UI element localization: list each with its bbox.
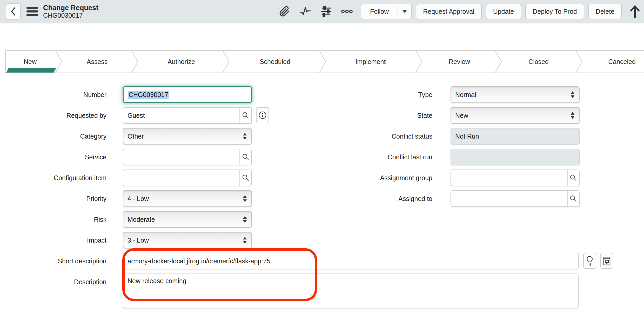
search-icon bbox=[242, 174, 250, 182]
requested-by-input[interactable] bbox=[123, 108, 239, 123]
risk-select[interactable]: Moderate bbox=[123, 211, 252, 228]
state-select[interactable]: New bbox=[451, 107, 580, 124]
info-icon bbox=[258, 111, 267, 120]
description-label: Description bbox=[0, 274, 106, 308]
select-spinner-icon bbox=[570, 112, 575, 119]
suggestion-button[interactable] bbox=[583, 253, 596, 269]
select-spinner-icon bbox=[243, 132, 247, 140]
stage-canceled[interactable]: Canceled bbox=[608, 51, 636, 73]
selected-text: CHG0030017 bbox=[128, 91, 169, 99]
assignment-group-input[interactable] bbox=[451, 170, 567, 186]
caret-down-icon bbox=[402, 10, 407, 13]
field-row-number: Number CHG0030017 bbox=[0, 86, 252, 103]
form-header: Change Request CHG0030017 bbox=[0, 0, 644, 23]
requested-by-lookup-button[interactable] bbox=[239, 108, 251, 123]
number-input[interactable]: CHG0030017 bbox=[123, 86, 252, 103]
type-select[interactable]: Normal bbox=[451, 86, 580, 103]
stage-chevron-separator bbox=[55, 51, 63, 73]
follow-button[interactable]: Follow bbox=[361, 4, 398, 19]
type-label: Type bbox=[299, 86, 432, 103]
conflict-last-run-label: Conflict last run bbox=[299, 149, 432, 165]
stage-chevron-separator bbox=[495, 51, 502, 73]
assignment-group-lookup-button[interactable] bbox=[567, 170, 579, 186]
priority-select[interactable]: 4 - Low bbox=[123, 190, 252, 207]
page-title: Change Request bbox=[43, 4, 98, 12]
field-row-short-description: Short description armory-docker-local.jf… bbox=[0, 253, 613, 269]
field-row-state: State New bbox=[299, 107, 580, 124]
delete-button[interactable]: Delete bbox=[588, 4, 622, 19]
more-options-icon[interactable] bbox=[341, 5, 353, 17]
impact-value: 3 - Low bbox=[128, 237, 149, 244]
select-spinner-icon bbox=[570, 91, 575, 99]
context-menu-icon[interactable] bbox=[26, 7, 38, 16]
service-field bbox=[123, 149, 252, 165]
category-select[interactable]: Other bbox=[123, 128, 252, 145]
search-icon bbox=[242, 112, 250, 119]
assigned-to-label: Assigned to bbox=[299, 190, 432, 207]
configuration-item-lookup-button[interactable] bbox=[239, 170, 251, 186]
configuration-item-label: Configuration item bbox=[0, 170, 106, 186]
deploy-to-prod-button[interactable]: Deploy To Prod bbox=[525, 4, 584, 19]
change-request-page: Change Request CHG0030017 bbox=[0, 0, 644, 312]
search-icon bbox=[242, 153, 250, 161]
stage-chevron-separator bbox=[131, 51, 139, 73]
activity-stream-icon[interactable] bbox=[299, 5, 311, 17]
assigned-to-lookup-button[interactable] bbox=[567, 191, 579, 206]
stage-chevron-separator bbox=[319, 51, 327, 73]
type-value: Normal bbox=[455, 91, 476, 99]
follow-split-button: Follow bbox=[361, 4, 412, 19]
stage-authorize[interactable]: Authorize bbox=[167, 51, 195, 73]
conflict-status-value: Not Run bbox=[455, 133, 479, 140]
short-description-label: Short description bbox=[0, 253, 106, 269]
request-approval-button[interactable]: Request Approval bbox=[416, 4, 481, 19]
field-row-priority: Priority 4 - Low bbox=[0, 190, 252, 207]
category-label: Category bbox=[0, 128, 106, 145]
configuration-item-field bbox=[123, 170, 252, 186]
field-row-configuration-item: Configuration item bbox=[0, 170, 252, 186]
description-textarea[interactable]: New release coming bbox=[123, 274, 579, 308]
knowledge-book-icon bbox=[603, 256, 611, 266]
stage-chevron-separator bbox=[575, 51, 583, 73]
process-flow-bar: New Assess Authorize Scheduled Implement… bbox=[5, 50, 644, 73]
configuration-item-input[interactable] bbox=[123, 170, 239, 186]
service-label: Service bbox=[0, 149, 106, 165]
knowledge-search-button[interactable] bbox=[600, 253, 613, 269]
stage-closed[interactable]: Closed bbox=[528, 51, 549, 73]
requested-by-info-button[interactable] bbox=[256, 107, 269, 123]
requested-by-label: Requested by bbox=[0, 107, 106, 124]
impact-label: Impact bbox=[0, 232, 106, 249]
conflict-status-label: Conflict status bbox=[299, 128, 432, 145]
search-icon bbox=[569, 174, 577, 182]
priority-value: 4 - Low bbox=[128, 195, 149, 203]
service-lookup-button[interactable] bbox=[239, 149, 251, 165]
attachment-icon[interactable] bbox=[279, 5, 291, 17]
field-row-description: Description New release coming bbox=[0, 274, 579, 308]
field-row-category: Category Other bbox=[0, 128, 252, 145]
change-request-form: Number CHG0030017 Requested by bbox=[0, 86, 644, 312]
stage-implement[interactable]: Implement bbox=[355, 51, 386, 73]
stage-scheduled[interactable]: Scheduled bbox=[260, 51, 290, 73]
number-label: Number bbox=[0, 86, 106, 103]
back-button[interactable] bbox=[6, 3, 21, 20]
assigned-to-input[interactable] bbox=[451, 191, 567, 206]
short-description-input[interactable]: armory-docker-local.jfrog.io/cremerfc/fl… bbox=[123, 253, 579, 269]
short-description-value: armory-docker-local.jfrog.io/cremerfc/fl… bbox=[128, 257, 270, 265]
stage-review[interactable]: Review bbox=[449, 51, 470, 73]
scroll-top-arrow-icon[interactable] bbox=[628, 4, 641, 19]
select-spinner-icon bbox=[243, 216, 247, 223]
state-value: New bbox=[455, 112, 468, 119]
impact-select[interactable]: 3 - Low bbox=[123, 232, 252, 249]
field-row-type: Type Normal bbox=[299, 86, 580, 103]
lightbulb-icon bbox=[586, 256, 594, 266]
update-button[interactable]: Update bbox=[486, 4, 521, 19]
personalize-sliders-icon[interactable] bbox=[320, 5, 332, 17]
follow-dropdown-button[interactable] bbox=[398, 4, 411, 19]
field-row-risk: Risk Moderate bbox=[0, 211, 252, 228]
toolbar-buttons: Follow Request Approval Update Deploy To… bbox=[361, 4, 622, 19]
stage-assess[interactable]: Assess bbox=[87, 51, 108, 73]
toolbar-icons bbox=[279, 5, 353, 17]
search-icon bbox=[569, 195, 577, 203]
assignment-group-field bbox=[451, 170, 580, 186]
service-input[interactable] bbox=[123, 149, 239, 165]
field-row-assignment-group: Assignment group bbox=[299, 170, 580, 186]
